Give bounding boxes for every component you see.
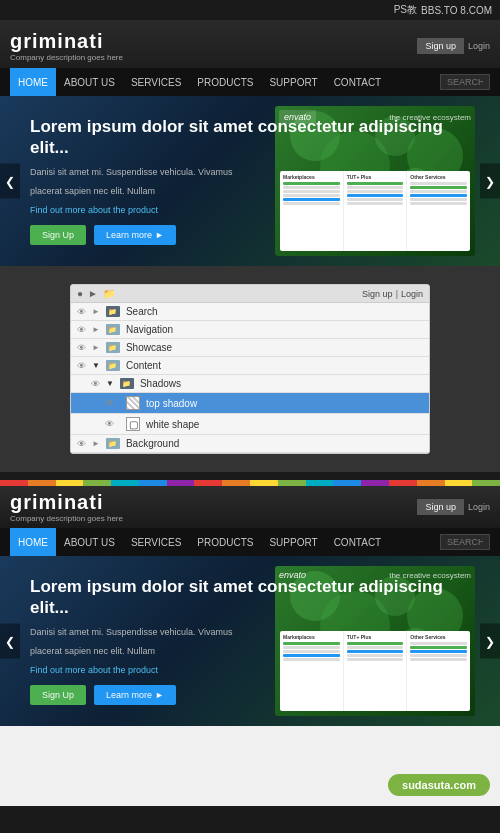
bbs-label: BBS.TO 8.COM	[421, 5, 492, 16]
second-nav-home[interactable]: HOME	[10, 528, 56, 556]
layer-row-navigation[interactable]: 👁 ► 📁 Navigation	[71, 321, 429, 339]
second-nav-services[interactable]: SERVICES	[123, 528, 189, 556]
hero-link[interactable]: Find out more about the product	[30, 205, 470, 215]
eye-icon-top-shadow: 👁	[105, 398, 114, 408]
folder-icon-background: 📁	[106, 438, 120, 449]
second-hero-content: Lorem ipsum dolor sit amet consectetur a…	[0, 562, 500, 720]
layer-name-top-shadow: top shadow	[146, 398, 197, 409]
second-nav-search[interactable]	[440, 534, 490, 550]
watermark-badge: sudasuta.com	[388, 774, 490, 796]
arrow-icon-content: ▼	[92, 361, 100, 370]
second-nav-support[interactable]: SUPPORT	[261, 528, 325, 556]
second-hero-slider: ❮ Lorem ipsum dolor sit amet consectetur…	[0, 556, 500, 726]
layer-row-top-shadow[interactable]: 👁 top shadow	[71, 393, 429, 414]
arrow-icon: ►	[155, 230, 164, 240]
second-hero-link[interactable]: Find out more about the product	[30, 665, 470, 675]
site-header: griminati Company description goes here …	[0, 20, 500, 68]
logo-sub: Company description goes here	[10, 53, 123, 62]
second-hero-text1: Danisi sit amet mi. Suspendisse vehicula…	[30, 626, 470, 640]
eye-icon-shadows: 👁	[91, 379, 100, 389]
second-hero-title: Lorem ipsum dolor sit amet consectetur a…	[30, 577, 470, 618]
second-hero-learn[interactable]: Learn more ►	[94, 685, 176, 705]
eye-icon-content: 👁	[77, 361, 86, 371]
hero-buttons: Sign Up Learn more ►	[30, 225, 470, 245]
header-login-link[interactable]: Login	[468, 41, 490, 51]
second-logo-text: griminati	[10, 491, 123, 514]
layer-row-search[interactable]: 👁 ► 📁 Search	[71, 303, 429, 321]
toolbar-signup-link[interactable]: Sign up	[362, 289, 393, 299]
hero-title: Lorem ipsum dolor sit amet consectetur a…	[30, 117, 470, 158]
layer-name-background: Background	[126, 438, 179, 449]
layer-name-search: Search	[126, 306, 158, 317]
hero-prev-button[interactable]: ❮	[0, 164, 20, 199]
eye-icon-background: 👁	[77, 439, 86, 449]
eye-icon-navigation: 👁	[77, 325, 86, 335]
footer-area: sudasuta.com	[0, 726, 500, 806]
header-signup-button[interactable]: Sign up	[417, 38, 464, 54]
layer-name-navigation: Navigation	[126, 324, 173, 335]
folder-icon-navigation: 📁	[106, 324, 120, 335]
watermark-bar: PS教 BBS.TO 8.COM	[0, 0, 500, 20]
hero-signup-button[interactable]: Sign Up	[30, 225, 86, 245]
second-hero-next[interactable]: ❯	[480, 624, 500, 659]
layer-row-content[interactable]: 👁 ▼ 📁 Content	[71, 357, 429, 375]
eye-icon-search: 👁	[77, 307, 86, 317]
layers-toolbar: ● ► 📁 Sign up | Login	[71, 285, 429, 303]
second-hero-signup[interactable]: Sign Up	[30, 685, 86, 705]
nav-bar: HOME ABOUT US SERVICES PRODUCTS SUPPORT …	[0, 68, 500, 96]
layer-row-shadows[interactable]: 👁 ▼ 📁 Shadows	[71, 375, 429, 393]
layers-panel-container: ● ► 📁 Sign up | Login 👁 ► 📁 Search 👁 ► 📁…	[0, 266, 500, 472]
second-learn-label: Learn more	[106, 690, 152, 700]
hero-next-button[interactable]: ❯	[480, 164, 500, 199]
layers-eye-icon[interactable]: ●	[77, 288, 83, 299]
layers-arrow-icon[interactable]: ►	[88, 288, 98, 299]
folder-icon-content: 📁	[106, 360, 120, 371]
hero-text2: placerat sapien nec elit. Nullam	[30, 185, 470, 199]
second-signup-button[interactable]: Sign up	[417, 499, 464, 515]
layer-name-content: Content	[126, 360, 161, 371]
first-mockup: griminati Company description goes here …	[0, 20, 500, 266]
arrow-icon-navigation: ►	[92, 325, 100, 334]
logo-text: griminati	[10, 30, 123, 53]
second-nav-bar: HOME ABOUT US SERVICES PRODUCTS SUPPORT …	[0, 528, 500, 556]
nav-search-input[interactable]	[440, 74, 490, 90]
nav-item-services[interactable]: SERVICES	[123, 68, 189, 96]
second-hero-buttons: Sign Up Learn more ►	[30, 685, 470, 705]
eye-icon-white-shape: 👁	[105, 419, 114, 429]
nav-item-home[interactable]: HOME	[10, 68, 56, 96]
arrow-icon-search: ►	[92, 307, 100, 316]
arrow-icon-shadows: ▼	[106, 379, 114, 388]
layers-folder-icon[interactable]: 📁	[103, 288, 115, 299]
second-login-link[interactable]: Login	[468, 502, 490, 512]
eye-icon-showcase: 👁	[77, 343, 86, 353]
nav-item-about[interactable]: ABOUT US	[56, 68, 123, 96]
second-header-right: Sign up Login	[417, 499, 490, 515]
hero-content: Lorem ipsum dolor sit amet consectetur a…	[0, 102, 500, 260]
layers-panel: ● ► 📁 Sign up | Login 👁 ► 📁 Search 👁 ► 📁…	[70, 284, 430, 454]
nav-item-support[interactable]: SUPPORT	[261, 68, 325, 96]
layer-name-white-shape: white shape	[146, 419, 199, 430]
toolbar-login-link[interactable]: Login	[401, 289, 423, 299]
second-nav-contact[interactable]: CONTACT	[326, 528, 390, 556]
layer-row-showcase[interactable]: 👁 ► 📁 Showcase	[71, 339, 429, 357]
layer-row-white-shape[interactable]: 👁 ▢ white shape	[71, 414, 429, 435]
arrow-icon-showcase: ►	[92, 343, 100, 352]
hero-learn-button[interactable]: Learn more ►	[94, 225, 176, 245]
second-hero-text2: placerat sapien nec elit. Nullam	[30, 645, 470, 659]
shape-icon-white-shape: ▢	[126, 417, 140, 431]
second-logo-area: griminati Company description goes here	[10, 491, 123, 523]
second-color-bar	[0, 480, 500, 486]
pattern-icon-top-shadow	[126, 396, 140, 410]
layer-row-background[interactable]: 👁 ► 📁 Background	[71, 435, 429, 453]
second-nav-about[interactable]: ABOUT US	[56, 528, 123, 556]
nav-item-products[interactable]: PRODUCTS	[189, 68, 261, 96]
folder-icon-showcase: 📁	[106, 342, 120, 353]
second-nav-products[interactable]: PRODUCTS	[189, 528, 261, 556]
second-hero-prev[interactable]: ❮	[0, 624, 20, 659]
logo-area: griminati Company description goes here	[10, 30, 123, 62]
layers-toolbar-links: Sign up | Login	[362, 289, 423, 299]
second-logo-sub: Company description goes here	[10, 514, 123, 523]
hero-text1: Danisi sit amet mi. Suspendisse vehicula…	[30, 166, 470, 180]
header-right: Sign up Login	[417, 38, 490, 54]
nav-item-contact[interactable]: CONTACT	[326, 68, 390, 96]
